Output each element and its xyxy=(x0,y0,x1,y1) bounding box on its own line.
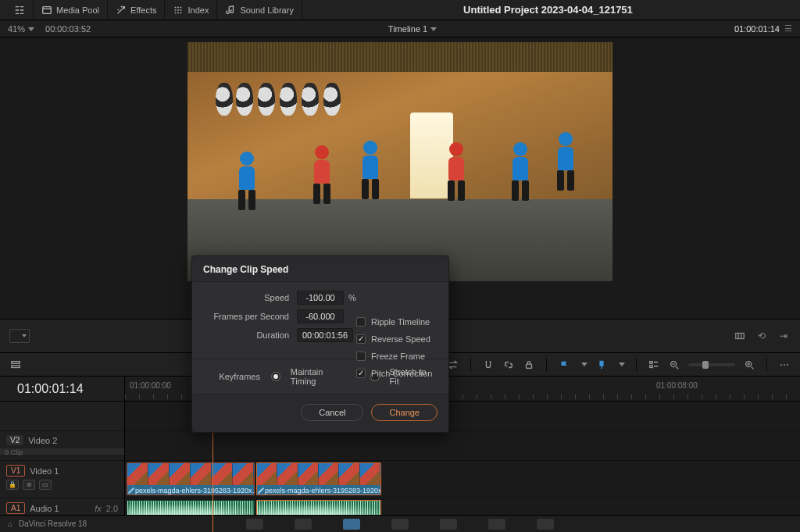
page-cut[interactable] xyxy=(295,519,312,530)
svg-rect-6 xyxy=(599,360,603,366)
pitch-checkbox[interactable] xyxy=(356,369,366,378)
record-timecode: 01:00:01:14 xyxy=(734,24,780,34)
svg-rect-5 xyxy=(527,364,532,368)
viewer-status-bar: 41% 00:00:03:52 Timeline 1 01:00:01:14☰ xyxy=(0,20,800,37)
scene-shield xyxy=(258,83,275,116)
scene-shield xyxy=(323,83,341,116)
home-icon[interactable]: ⌂ xyxy=(8,520,12,528)
zoom-in-icon[interactable] xyxy=(743,359,755,371)
svg-rect-2 xyxy=(12,361,20,363)
flag-icon[interactable] xyxy=(558,359,570,371)
sound-library-button[interactable]: Sound Library xyxy=(217,0,302,20)
track-tag-v1[interactable]: V1 xyxy=(6,465,25,477)
page-media[interactable] xyxy=(246,519,263,530)
cancel-button[interactable]: Cancel xyxy=(301,404,363,421)
speed-label: Speed xyxy=(203,293,297,302)
speed-input[interactable] xyxy=(297,291,344,305)
lane-v1[interactable]: pexels-magda-ehlers-3195283-1920x… pexel… xyxy=(125,461,800,498)
page-deliver[interactable] xyxy=(537,519,554,530)
timeline-track-headers: 01:00:01:14 V2Video 2 0 Clip V1Video 1 🔒… xyxy=(0,377,125,532)
page-switcher xyxy=(246,519,554,530)
page-fairlight[interactable] xyxy=(488,519,505,530)
effects-button[interactable]: Effects xyxy=(108,0,165,20)
track-tag-v2[interactable]: V2 xyxy=(6,435,23,445)
ch-label: 2.0 xyxy=(106,504,118,513)
speed-unit: % xyxy=(348,293,356,302)
page-fusion[interactable] xyxy=(391,519,409,530)
chevron-down-icon[interactable] xyxy=(619,362,625,366)
ripple-checkbox[interactable] xyxy=(356,317,366,327)
timeline-view-icon[interactable] xyxy=(9,359,22,371)
scene-thatch xyxy=(188,42,612,72)
track-name-v1: Video 1 xyxy=(30,466,59,476)
duration-label: Duration xyxy=(203,330,297,340)
marker-icon[interactable] xyxy=(595,359,608,371)
video-clip-selected[interactable]: pexels-magda-ehlers-3195283-1920x… xyxy=(256,462,381,495)
reverse-checkbox[interactable] xyxy=(356,334,366,344)
track-head-v1[interactable]: V1Video 1 🔒⊘▭ xyxy=(0,461,124,498)
maintain-timing-radio[interactable] xyxy=(271,372,280,381)
timeline-name-dropdown[interactable]: Timeline 1 xyxy=(388,24,437,34)
freeze-label: Freeze Frame xyxy=(371,352,425,361)
change-button[interactable]: Change xyxy=(371,404,438,421)
clip-label: pexels-magda-ehlers-3195283-1920x… xyxy=(127,485,254,495)
page-edit[interactable] xyxy=(343,519,360,530)
dialog-title: Change Clip Speed xyxy=(192,256,448,281)
track-lock-button[interactable]: 🔒 xyxy=(6,480,19,490)
goto-end-icon[interactable]: ⇥ xyxy=(777,329,791,343)
zoom-value: 41% xyxy=(8,24,25,34)
svg-rect-3 xyxy=(12,365,20,367)
fps-label: Frames per Second xyxy=(203,312,297,321)
viewer-canvas[interactable] xyxy=(188,42,612,281)
bottom-bar: ⌂ DaVinci Resolve 18 xyxy=(0,515,800,532)
scene-shield xyxy=(216,83,233,116)
keyframes-label: Keyframes xyxy=(203,372,266,381)
track-tag-a1[interactable]: A1 xyxy=(6,502,25,514)
track-thumb-button[interactable]: ▭ xyxy=(39,480,52,490)
zero-clip-label: 0 Clip xyxy=(0,448,124,456)
scene-dancer xyxy=(555,132,577,191)
match-frame-icon[interactable] xyxy=(733,329,747,343)
fps-input[interactable] xyxy=(297,309,344,323)
track-name-a1: Audio 1 xyxy=(30,504,59,513)
zoom-out-icon[interactable] xyxy=(668,359,680,371)
timeline-timecode[interactable]: 01:00:01:14 xyxy=(0,377,124,402)
svg-rect-0 xyxy=(43,6,52,13)
project-title: Untitled Project 2023-04-04_121751 xyxy=(302,4,794,16)
svg-rect-7 xyxy=(650,361,653,363)
zoom-slider[interactable] xyxy=(688,363,735,366)
app-label: DaVinci Resolve 18 xyxy=(19,520,87,528)
link-icon[interactable] xyxy=(502,359,515,371)
fx-label: fx xyxy=(95,504,102,513)
lane-v2[interactable] xyxy=(125,431,800,461)
scene-shield xyxy=(236,83,253,116)
zoom-dropdown[interactable]: 41% xyxy=(8,24,34,34)
loop-icon[interactable]: ⟲ xyxy=(755,329,769,343)
snap-icon[interactable] xyxy=(482,359,495,371)
index-button[interactable]: Index xyxy=(165,0,217,20)
reverse-label: Reverse Speed xyxy=(371,334,430,344)
scene-dancer xyxy=(509,142,531,202)
media-pool-button[interactable]: Media Pool xyxy=(34,0,108,20)
chevron-down-icon[interactable] xyxy=(581,362,588,366)
lock-icon[interactable] xyxy=(523,359,535,371)
scene-dancer xyxy=(445,142,467,202)
svg-rect-1 xyxy=(736,334,745,339)
page-color[interactable] xyxy=(440,519,457,530)
change-clip-speed-dialog: Change Clip Speed Speed% Frames per Seco… xyxy=(191,255,449,433)
viewer-mode-dropdown[interactable] xyxy=(9,329,30,343)
expand-toggle-button[interactable] xyxy=(6,0,34,20)
duration-input[interactable] xyxy=(297,328,353,342)
timeline-options-icon[interactable] xyxy=(648,359,660,371)
more-icon[interactable]: ⋯ xyxy=(778,359,791,371)
viewer-menu-icon[interactable]: ☰ xyxy=(784,23,792,34)
scene-shield xyxy=(280,83,297,116)
track-name-v2: Video 2 xyxy=(28,436,57,445)
track-head-v2[interactable]: V2Video 2 0 Clip xyxy=(0,431,124,461)
clip-label: pexels-magda-ehlers-3195283-1920x… xyxy=(257,485,380,495)
freeze-checkbox[interactable] xyxy=(356,352,366,361)
media-pool-label: Media Pool xyxy=(56,5,99,15)
maintain-timing-label: Maintain Timing xyxy=(291,367,350,386)
video-clip[interactable]: pexels-magda-ehlers-3195283-1920x… xyxy=(127,462,255,495)
track-disable-button[interactable]: ⊘ xyxy=(23,480,35,490)
